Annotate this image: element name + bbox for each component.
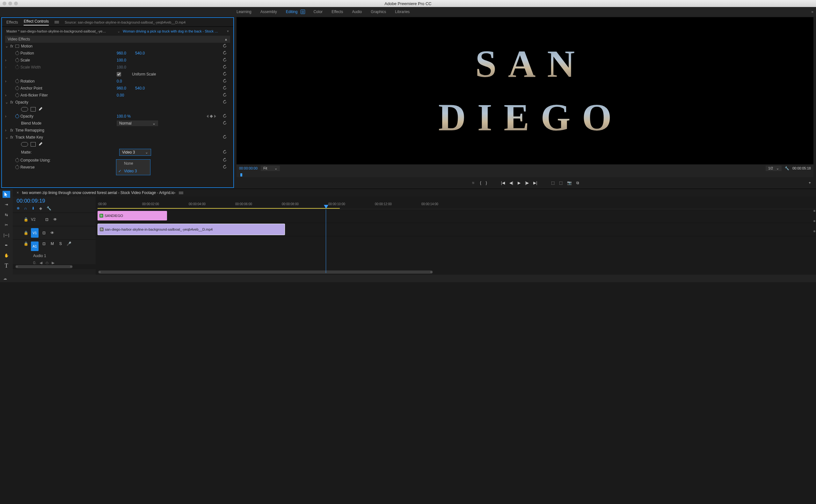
playhead-icon[interactable]	[240, 173, 242, 176]
rect-mask-icon[interactable]	[31, 142, 36, 147]
sync-lock-icon[interactable]: ⊡	[41, 231, 47, 235]
reset-icon[interactable]	[222, 72, 227, 77]
comparison-icon[interactable]: ⧉	[576, 181, 579, 185]
timeline-menu-icon[interactable]	[179, 192, 183, 194]
reset-icon[interactable]	[222, 158, 227, 163]
caret-icon[interactable]: ›	[5, 128, 10, 133]
track-a1-header[interactable]: 🔒 A1 ⊡ M S 🎤 Audio 1 0. ◀ ◇ ▶	[13, 239, 96, 264]
workspace-effects[interactable]: Effects	[331, 8, 343, 15]
extract-icon[interactable]: ⬚	[559, 181, 563, 185]
add-marker-icon[interactable]: ◾	[471, 181, 476, 185]
sync-lock-icon[interactable]: ⊡	[44, 217, 50, 222]
marker-icon[interactable]: ◆	[39, 206, 42, 211]
vertical-scrollbar[interactable]	[813, 210, 815, 270]
workspace-learning[interactable]: Learning	[236, 8, 252, 15]
collapse-icon[interactable]: ▴	[225, 37, 227, 41]
reset-icon[interactable]	[222, 114, 227, 119]
matte-option-video3[interactable]: Video 3	[116, 167, 150, 175]
sync-lock-icon[interactable]: ⊡	[41, 241, 47, 246]
settings-icon[interactable]: 🔧	[47, 206, 51, 211]
timeline-tracks-area[interactable]: :00:00 00:00:02:00 00:00:04:00 00:00:06:…	[96, 197, 816, 275]
work-area-bar[interactable]	[97, 208, 340, 209]
stopwatch-icon[interactable]	[15, 58, 19, 62]
workspace-libraries[interactable]: Libraries	[394, 8, 410, 15]
lock-icon[interactable]: 🔒	[24, 241, 28, 246]
stopwatch-icon[interactable]	[15, 86, 19, 90]
add-marker-icon[interactable]: ⬇	[32, 206, 35, 211]
lock-icon[interactable]: 🔒	[24, 217, 28, 222]
matte-option-none[interactable]: None	[116, 160, 150, 167]
source-target-a1[interactable]: A1	[31, 241, 39, 251]
pen-mask-icon[interactable]	[38, 107, 43, 112]
anchor-x[interactable]: 960.0	[117, 86, 126, 90]
position-y[interactable]: 540.0	[135, 51, 145, 55]
cloud-sync-icon[interactable]: ☁	[3, 276, 7, 281]
opacity-value[interactable]: 100.0 %	[117, 114, 131, 119]
position-x[interactable]: 960.0	[117, 51, 126, 55]
fx-badge-icon[interactable]: fx	[10, 100, 15, 104]
linked-selection-icon[interactable]: ∩	[24, 206, 27, 211]
stopwatch-icon[interactable]	[15, 93, 19, 97]
close-sequence-icon[interactable]: ×	[17, 191, 19, 195]
ellipse-mask-icon[interactable]	[21, 107, 28, 112]
time-ruler[interactable]: :00:00 00:00:02:00 00:00:04:00 00:00:06:…	[96, 197, 816, 209]
stopwatch-icon[interactable]	[15, 165, 19, 169]
workspace-graphics[interactable]: Graphics	[370, 8, 386, 15]
program-in-timecode[interactable]: 00:00:00:00	[239, 166, 257, 170]
workspace-audio[interactable]: Audio	[351, 8, 363, 15]
antiflicker-value[interactable]: 0.00	[117, 93, 124, 97]
resolution-select[interactable]: 1/2⌄	[766, 166, 782, 171]
reset-icon[interactable]	[222, 79, 227, 84]
mark-in-icon[interactable]: {	[480, 181, 481, 185]
playhead-line[interactable]	[326, 209, 326, 273]
clip-video[interactable]: fxsan-diego-harbor-skyline-in-background…	[97, 224, 285, 235]
effect-track-matte-key[interactable]: Track Matte Key	[15, 135, 43, 140]
timeline-timecode[interactable]: 00:00:09:19	[13, 197, 96, 205]
sequence-name[interactable]: two women zip lining through snow covere…	[22, 191, 176, 195]
zoom-fit-select[interactable]: Fit⌄	[261, 166, 280, 171]
mute-button[interactable]: M	[49, 241, 55, 246]
reset-icon[interactable]	[222, 93, 227, 98]
snap-icon[interactable]: ❄	[17, 206, 20, 211]
step-forward-icon[interactable]: |▶	[525, 181, 529, 185]
sequence-clip-link[interactable]: Woman driving a pick up truck with dog i…	[123, 29, 218, 33]
rotation-value[interactable]: 0.0	[117, 79, 122, 83]
step-back-icon[interactable]: ◀|	[509, 181, 513, 185]
reset-icon[interactable]	[222, 150, 227, 155]
stopwatch-icon[interactable]	[15, 51, 19, 55]
reset-icon[interactable]	[222, 51, 227, 56]
type-tool-icon[interactable]: T	[3, 262, 10, 269]
razor-tool-icon[interactable]: ✂	[3, 221, 10, 228]
reset-icon[interactable]	[222, 135, 227, 140]
export-frame-icon[interactable]: 📷	[567, 181, 572, 185]
caret-icon[interactable]: ›	[5, 58, 10, 62]
button-editor-icon[interactable]: +	[809, 181, 811, 185]
go-to-in-icon[interactable]: |◀	[501, 181, 505, 185]
settings-icon[interactable]: 🔧	[785, 166, 789, 170]
solo-button[interactable]: S	[58, 241, 63, 246]
source-target-v1[interactable]: V1	[31, 228, 39, 238]
workspace-menu-icon[interactable]	[300, 10, 305, 14]
ellipse-mask-icon[interactable]	[21, 142, 28, 147]
fx-badge-icon[interactable]: fx	[10, 128, 15, 133]
reset-icon[interactable]	[222, 44, 227, 49]
panel-menu-icon[interactable]	[54, 21, 59, 23]
rect-mask-icon[interactable]	[31, 107, 36, 112]
pen-tool-icon[interactable]: ✒	[3, 242, 10, 249]
play-icon[interactable]: ▶	[518, 181, 521, 185]
track-height-scrollbar[interactable]	[13, 264, 96, 269]
stopwatch-icon[interactable]	[15, 79, 19, 83]
chevron-down-icon[interactable]: ⌄	[117, 29, 120, 33]
fx-badge-icon[interactable]: fx	[10, 135, 15, 140]
workspace-editing[interactable]: Editing	[285, 8, 298, 15]
tab-effect-controls[interactable]: Effect Controls	[24, 19, 48, 25]
track-v1-header[interactable]: 🔒 V1 ⊡ 👁	[13, 226, 96, 239]
caret-icon[interactable]: ›	[5, 93, 10, 97]
fx-badge-icon[interactable]: fx	[10, 44, 15, 48]
slip-tool-icon[interactable]: |↔|	[3, 232, 10, 239]
tab-source[interactable]: Source: san-diego-harbor-skyline-in-back…	[65, 20, 185, 24]
reset-icon[interactable]	[222, 86, 227, 91]
reset-icon[interactable]	[222, 65, 227, 70]
blend-mode-select[interactable]: Normal⌄	[117, 120, 158, 126]
hand-tool-icon[interactable]: ✋	[3, 252, 10, 259]
